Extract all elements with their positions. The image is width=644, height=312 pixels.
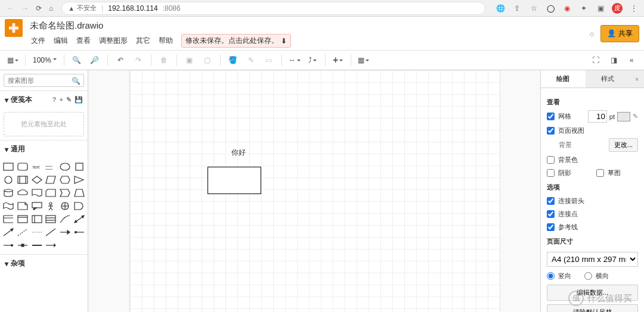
shape-datastore[interactable] <box>1 213 16 226</box>
shape-document[interactable] <box>30 186 44 199</box>
landscape-radio[interactable] <box>584 272 592 280</box>
guides-checkbox[interactable] <box>547 223 555 231</box>
bookmark-icon[interactable]: ☆ <box>528 3 539 14</box>
waypoint-button[interactable]: ⤴ <box>305 52 320 68</box>
grid-color-swatch[interactable] <box>617 112 630 121</box>
shape-cylinder[interactable] <box>1 186 16 199</box>
shape-line-arrow[interactable] <box>58 226 72 239</box>
shape-arrow[interactable] <box>1 226 16 239</box>
shape-roundrect[interactable] <box>16 160 30 173</box>
menu-view[interactable]: 查看 <box>73 35 94 47</box>
shape-or[interactable] <box>58 199 72 213</box>
search-icon[interactable]: 🔍 <box>72 77 80 85</box>
shape-process[interactable] <box>16 173 30 186</box>
conn-points-checkbox[interactable] <box>547 210 555 218</box>
save-icon[interactable]: 💾 <box>75 96 83 104</box>
shapes-header[interactable]: ▾ 通用 <box>0 141 88 158</box>
share-button[interactable]: 👤 共享 <box>600 25 639 42</box>
shape-connector3[interactable] <box>16 239 30 252</box>
shape-ellipse[interactable] <box>58 160 72 173</box>
conn-arrows-checkbox[interactable] <box>547 197 555 205</box>
tab-diagram[interactable]: 绘图 <box>541 70 586 88</box>
canvas[interactable]: 你好 <box>88 70 540 312</box>
scratchpad-header[interactable]: ▾ 便笺本 ? + ✎ 💾 <box>0 91 88 108</box>
shape-tape[interactable] <box>1 199 16 213</box>
home-button[interactable]: ⌂ <box>49 4 53 13</box>
back-button[interactable]: ← <box>7 4 14 13</box>
pagesize-select[interactable]: A4 (210 mm x 297 mm) <box>547 252 638 267</box>
shape-callout[interactable] <box>30 199 44 213</box>
shadow-checkbox[interactable] <box>547 169 555 177</box>
close-panel-button[interactable]: × <box>630 70 644 88</box>
zoom-in-button[interactable]: 🔍 <box>69 52 85 68</box>
delete-button[interactable]: 🗑 <box>156 52 172 68</box>
menu-help[interactable]: 帮助 <box>155 35 177 47</box>
shape-line[interactable] <box>44 226 58 239</box>
line-color-button[interactable]: ✎ <box>243 52 259 68</box>
menu-extras[interactable]: 其它 <box>132 35 154 47</box>
document-title[interactable]: 未命名绘图.drawio <box>27 19 291 33</box>
shape-connector4[interactable] <box>30 239 44 252</box>
pageview-checkbox[interactable] <box>547 127 555 135</box>
menu-edit[interactable]: 编辑 <box>50 35 72 47</box>
extensions-icon[interactable]: ✦ <box>578 3 589 14</box>
shadow-button[interactable]: ▭ <box>261 52 277 68</box>
insert-button[interactable]: + <box>330 52 346 68</box>
pencil-icon[interactable]: ✎ <box>633 113 638 120</box>
help-icon[interactable]: ? <box>52 96 57 104</box>
add-icon[interactable]: + <box>60 96 63 104</box>
reload-button[interactable]: ⟳ <box>36 4 42 13</box>
unsaved-warning[interactable]: 修改未保存。点击此处保存。 ⬇ <box>181 34 291 48</box>
shape-cloud[interactable] <box>16 186 30 199</box>
shape-square[interactable] <box>72 160 86 173</box>
shape-container2[interactable] <box>30 213 44 226</box>
shape-rect[interactable] <box>1 160 16 173</box>
canvas-rectangle[interactable] <box>208 167 261 194</box>
tab-style[interactable]: 样式 <box>586 70 630 88</box>
forward-button[interactable]: → <box>21 4 29 13</box>
app-logo-icon[interactable] <box>5 19 23 37</box>
shape-and[interactable] <box>72 199 86 213</box>
format-panel-toggle[interactable]: ◨ <box>606 52 621 68</box>
shape-diamond[interactable] <box>30 173 44 186</box>
translate-icon[interactable]: 🌐 <box>495 3 506 14</box>
zoom-level[interactable]: 100% <box>30 56 59 64</box>
zoom-out-button[interactable]: 🔎 <box>87 52 103 68</box>
profile-avatar[interactable]: 皮 <box>612 3 623 14</box>
shape-dotted[interactable] <box>30 226 44 239</box>
to-back-button[interactable]: ▢ <box>200 52 215 68</box>
connection-button[interactable]: ↔ <box>287 52 302 68</box>
theme-toggle-icon[interactable]: ☼ <box>588 29 596 38</box>
view-mode-button[interactable]: ▦ <box>5 52 20 68</box>
grid-checkbox[interactable] <box>547 113 555 120</box>
shape-textbox[interactable]: ▬▬▬▬▬▬ <box>44 160 58 173</box>
menu-file[interactable]: 文件 <box>27 35 49 47</box>
shape-connector5[interactable] <box>44 239 58 252</box>
shape-note[interactable] <box>16 199 30 213</box>
edit-icon[interactable]: ✎ <box>66 96 72 104</box>
sidepanel-icon[interactable]: ▣ <box>595 3 606 14</box>
bgcolor-checkbox[interactable] <box>547 156 555 164</box>
grid-size-input[interactable] <box>588 110 607 123</box>
page-surface[interactable]: 你好 <box>130 70 500 312</box>
change-bg-button[interactable]: 更改... <box>609 138 638 152</box>
shape-card[interactable] <box>44 186 58 199</box>
misc-header[interactable]: ▾ 杂项 <box>0 255 88 272</box>
shape-dashed[interactable] <box>16 226 30 239</box>
shape-parallelogram[interactable] <box>44 173 58 186</box>
table-button[interactable]: ▦ <box>356 52 371 68</box>
portrait-radio[interactable] <box>547 272 555 280</box>
fill-color-button[interactable]: 🪣 <box>225 52 241 68</box>
address-bar[interactable]: ▲ 不安全 | 192.168.10.114:8086 <box>61 2 485 15</box>
canvas-text-hello[interactable]: 你好 <box>231 148 246 158</box>
sketch-checkbox[interactable] <box>596 169 604 177</box>
shape-text[interactable]: text <box>30 160 44 173</box>
share-icon[interactable]: ⇪ <box>512 3 522 14</box>
shape-actor[interactable] <box>44 199 58 213</box>
shape-arrow-bidi[interactable] <box>72 213 86 226</box>
menu-arrange[interactable]: 调整图形 <box>95 35 131 47</box>
menu-icon[interactable]: ⋮ <box>628 3 639 14</box>
shape-connector2[interactable] <box>1 239 16 252</box>
undo-button[interactable]: ↶ <box>113 52 128 68</box>
shape-hexagon[interactable] <box>58 173 72 186</box>
